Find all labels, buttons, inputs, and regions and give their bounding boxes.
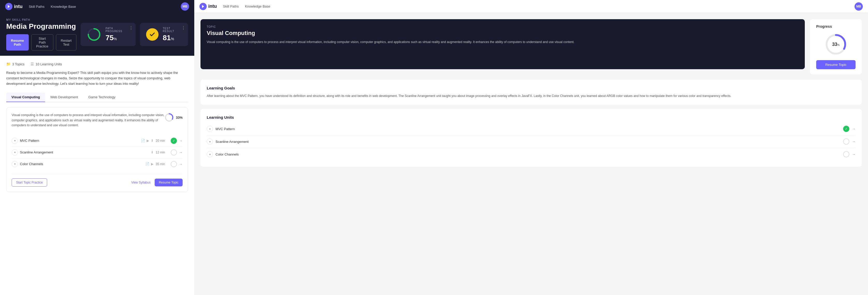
topic-detail-desc: Visual computing is the use of computers… (207, 40, 799, 45)
right-logo-text: intu (208, 4, 217, 9)
unit-color-status (171, 161, 177, 167)
topic-card-header: Visual computing is the use of computers… (12, 113, 183, 132)
right-unit-mvc-chevron[interactable]: ▾ (207, 126, 213, 132)
resume-topic-button-left[interactable]: Resume Topic (155, 179, 183, 186)
topic-tabs: Visual Computing Web Development Game Te… (6, 92, 188, 102)
view-syllabus-button[interactable]: View Syllabus (131, 181, 151, 184)
test-result-badge (146, 28, 158, 41)
topic-detail-label: TOPIC (207, 25, 799, 28)
right-body: TOPIC Visual Computing Visual computing … (194, 13, 868, 295)
test-result-menu[interactable]: ⋮ (181, 25, 185, 30)
path-progress-label: PATH PROGRESS (105, 27, 129, 33)
right-avatar[interactable]: MB (855, 2, 863, 11)
topic-card-footer: Start Topic Practice View Syllabus Resum… (12, 174, 183, 187)
right-unit-mvc: ▾ MVC Pattern ✓ → (207, 123, 856, 135)
path-progress-value: 75% (105, 34, 129, 42)
left-navbar: intu Skill Paths Knowledge Base MB (0, 0, 194, 13)
right-unit-scanline-name: Scanline Arrangement (216, 140, 527, 144)
topics-icon: 📁 (6, 62, 11, 66)
resume-topic-right-button[interactable]: Resume Topic (816, 60, 856, 69)
nav-knowledge-base[interactable]: Knowledge Base (51, 5, 76, 8)
tab-visual-computing[interactable]: Visual Computing (6, 92, 45, 102)
right-unit-scanline: ▾ Scanline Arrangement → (207, 135, 856, 148)
right-logo: intu (199, 3, 217, 10)
right-nav-skill-paths[interactable]: Skill Paths (223, 4, 239, 8)
start-path-practice-button[interactable]: Start Path Practice (31, 34, 53, 51)
unit-mvc-chevron[interactable]: ▾ (12, 138, 18, 144)
left-panel: intu Skill Paths Knowledge Base MB MY SK… (0, 0, 194, 295)
learning-goals-title: Learning Goals (207, 86, 856, 90)
right-unit-scanline-chevron[interactable]: ▾ (207, 139, 213, 145)
right-unit-color: ▾ Color Channels → (207, 148, 856, 160)
unit-mvc-duration: 20 min (156, 139, 168, 143)
units-meta: ☰ 10 Learning Units (31, 62, 62, 66)
test-result-card: ⋮ TEST RESULT 81% (140, 23, 188, 46)
path-progress-card: ⋮ PATH PROGRESS 75% (81, 23, 136, 46)
progress-card-title: Progress (816, 24, 832, 29)
right-unit-scanline-status (843, 139, 849, 145)
topic-detail-title: Visual Computing (207, 30, 799, 36)
topic-detail-row: TOPIC Visual Computing Visual computing … (200, 19, 862, 75)
learning-units-section: Learning Units ▾ MVC Pattern ✓ → ▾ Scanl… (200, 109, 862, 167)
unit-color-chevron[interactable]: ▾ (12, 161, 18, 167)
topic-detail-card: TOPIC Visual Computing Visual computing … (200, 19, 805, 69)
body-section: 📁 3 Topics ☰ 10 Learning Units Ready to … (0, 56, 194, 295)
unit-color-arrow[interactable]: → (179, 162, 183, 166)
unit-mvc-arrow[interactable]: → (179, 139, 183, 143)
learning-units-title: Learning Units (207, 115, 856, 119)
play-icon: ▶ (147, 139, 149, 143)
hero-section: MY SKILL PATH Media Programming Resume P… (0, 13, 194, 56)
right-unit-color-chevron[interactable]: ▾ (207, 151, 213, 157)
doc-icon-color: 📄 (145, 162, 150, 166)
unit-mvc-status: ✓ (171, 138, 177, 144)
tab-game-technology[interactable]: Game Technology (83, 92, 121, 102)
right-logo-icon (199, 3, 207, 10)
unit-row-scanline: ▾ Scanline Arrangement ⬇ 12 min → (12, 147, 183, 158)
tab-web-development[interactable]: Web Development (45, 92, 83, 102)
path-progress-menu[interactable]: ⋮ (129, 25, 133, 30)
learning-units-list: ▾ MVC Pattern 📄 ▶ ⬇ 20 min ✓ → ▾ Scanlin… (12, 135, 183, 170)
large-progress-circle: 33% (824, 33, 847, 56)
units-count: 10 Learning Units (35, 62, 62, 66)
unit-scanline-name: Scanline Arrangement (20, 150, 149, 154)
right-navbar: intu Skill Paths Knowledge Base MB (194, 0, 868, 13)
svg-marker-5 (202, 5, 204, 8)
resume-path-button[interactable]: Resume Path (6, 34, 29, 51)
unit-mvc-icons: 📄 ▶ ⬇ (141, 139, 154, 143)
logo-text: intu (14, 4, 23, 9)
nav-skill-paths[interactable]: Skill Paths (29, 5, 44, 8)
topics-meta: 📁 3 Topics (6, 62, 24, 66)
test-result-label: TEST RESULT (163, 27, 182, 33)
right-panel: intu Skill Paths Knowledge Base MB TOPIC… (194, 0, 868, 295)
right-unit-mvc-arrow[interactable]: → (852, 127, 856, 131)
unit-color-icons: 📄 ▶ (145, 162, 154, 166)
hero-subtitle: MY SKILL PATH (6, 18, 76, 21)
unit-scanline-arrow[interactable]: → (179, 150, 183, 154)
right-unit-mvc-name: MVC Pattern (216, 127, 527, 131)
unit-row-color: ▾ Color Channels 📄 ▶ 35 min → (12, 158, 183, 170)
hero-info: MY SKILL PATH Media Programming Resume P… (6, 18, 76, 51)
unit-color-name: Color Channels (20, 162, 143, 166)
play-icon-color: ▶ (151, 162, 154, 166)
topic-detail-info: TOPIC Visual Computing Visual computing … (207, 25, 799, 63)
start-topic-practice-button[interactable]: Start Topic Practice (12, 178, 47, 187)
unit-color-duration: 35 min (156, 162, 168, 166)
right-unit-color-status (843, 151, 849, 157)
unit-scanline-status (171, 149, 177, 155)
svg-marker-0 (8, 5, 10, 8)
doc-icon: 📄 (141, 139, 145, 143)
right-nav-knowledge-base[interactable]: Knowledge Base (245, 4, 271, 8)
meta-row: 📁 3 Topics ☰ 10 Learning Units (6, 62, 188, 66)
test-result-info: TEST RESULT 81% (163, 27, 182, 42)
footer-right-buttons: View Syllabus Resume Topic (131, 179, 183, 186)
topic-progress-mini: 33% (164, 113, 183, 122)
restart-test-button[interactable]: Restart Test (56, 34, 77, 51)
unit-scanline-chevron[interactable]: ▾ (12, 149, 18, 155)
unit-scanline-duration: 12 min (156, 151, 168, 154)
topics-count: 3 Topics (12, 62, 24, 66)
topic-card-desc: Visual computing is the use of computers… (12, 113, 164, 128)
avatar[interactable]: MB (181, 2, 189, 11)
right-unit-scanline-arrow[interactable]: → (852, 140, 856, 144)
test-result-value: 81% (163, 34, 182, 42)
right-unit-color-arrow[interactable]: → (852, 152, 856, 156)
